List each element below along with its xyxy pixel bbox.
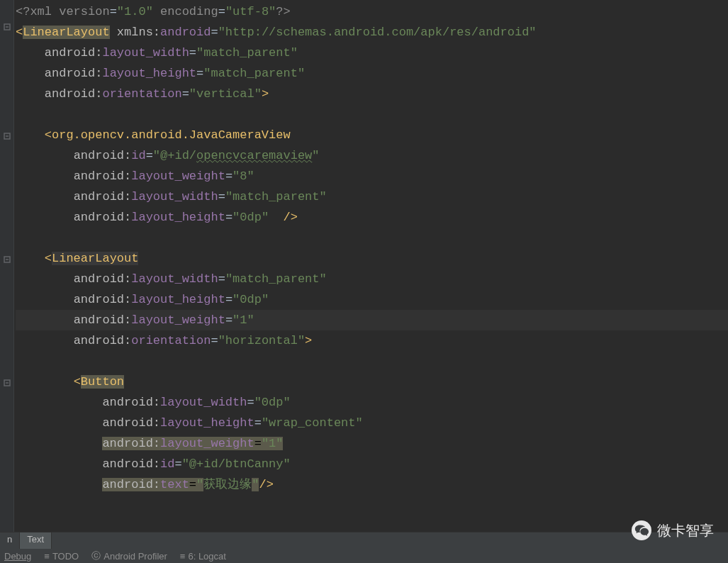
watermark-text: 微卡智享: [657, 521, 714, 540]
code-line[interactable]: <LinearLayout xmlns:android="http://sche…: [16, 22, 728, 43]
profiler-icon: ⓒ: [91, 550, 101, 562]
code-line[interactable]: android:text="获取边缘"/>: [16, 474, 728, 495]
logcat-icon: ≡: [180, 551, 186, 562]
code-line[interactable]: android:id="@+id/opencvcaremaview": [16, 145, 728, 166]
code-line[interactable]: android:layout_height="0dp": [16, 289, 728, 310]
status-todo[interactable]: ≡ TODO: [44, 551, 79, 562]
code-line[interactable]: <org.opencv.android.JavaCameraView: [16, 125, 728, 145]
fold-marker-icon[interactable]: [3, 379, 11, 387]
status-logcat-label: 6: Logcat: [188, 551, 226, 562]
tab-design[interactable]: n: [0, 533, 20, 549]
status-todo-label: TODO: [52, 551, 79, 562]
code-line[interactable]: android:layout_height="0dp" />: [16, 207, 728, 228]
gutter[interactable]: [0, 0, 14, 532]
fold-marker-icon[interactable]: [3, 23, 11, 31]
code-line[interactable]: android:layout_width="match_parent": [16, 269, 728, 289]
editor-bottom-tabs: n Text: [0, 532, 728, 549]
status-logcat[interactable]: ≡ 6: Logcat: [180, 551, 226, 562]
code-line[interactable]: [16, 495, 728, 515]
code-line[interactable]: <Button: [16, 372, 728, 392]
code-line[interactable]: <LinearLayout: [16, 248, 728, 269]
code-editor[interactable]: <?xml version="1.0" encoding="utf-8"?><L…: [0, 0, 728, 532]
code-line[interactable]: android:layout_height="match_parent": [16, 63, 728, 84]
code-line[interactable]: android:layout_weight="8": [16, 166, 728, 186]
code-line[interactable]: [16, 228, 728, 248]
wechat-icon: [632, 520, 651, 540]
code-line[interactable]: <?xml version="1.0" encoding="utf-8"?>: [16, 1, 728, 22]
code-line[interactable]: android:layout_weight="1": [16, 310, 728, 330]
watermark: 微卡智享: [632, 520, 714, 540]
code-line[interactable]: android:orientation="vertical">: [16, 84, 728, 104]
todo-icon: ≡: [44, 551, 50, 562]
tab-text[interactable]: Text: [20, 533, 52, 549]
fold-marker-icon[interactable]: [3, 132, 11, 140]
code-line[interactable]: android:layout_weight="1": [16, 433, 728, 454]
code-line[interactable]: android:layout_width="match_parent": [16, 186, 728, 207]
code-line[interactable]: android:layout_width="match_parent": [16, 43, 728, 63]
status-debug[interactable]: Debug: [4, 551, 31, 562]
code-content[interactable]: <?xml version="1.0" encoding="utf-8"?><L…: [14, 0, 728, 532]
status-profiler[interactable]: ⓒ Android Profiler: [91, 550, 167, 562]
code-line[interactable]: [16, 104, 728, 125]
code-line[interactable]: android:id="@+id/btnCanny": [16, 454, 728, 474]
status-bar: Debug ≡ TODO ⓒ Android Profiler ≡ 6: Log…: [0, 549, 728, 563]
code-line[interactable]: android:orientation="horizontal">: [16, 330, 728, 351]
code-line[interactable]: [16, 351, 728, 372]
code-line[interactable]: android:layout_width="0dp": [16, 392, 728, 413]
status-profiler-label: Android Profiler: [103, 551, 167, 562]
fold-marker-icon[interactable]: [3, 255, 11, 264]
code-line[interactable]: android:layout_height="wrap_content": [16, 413, 728, 433]
